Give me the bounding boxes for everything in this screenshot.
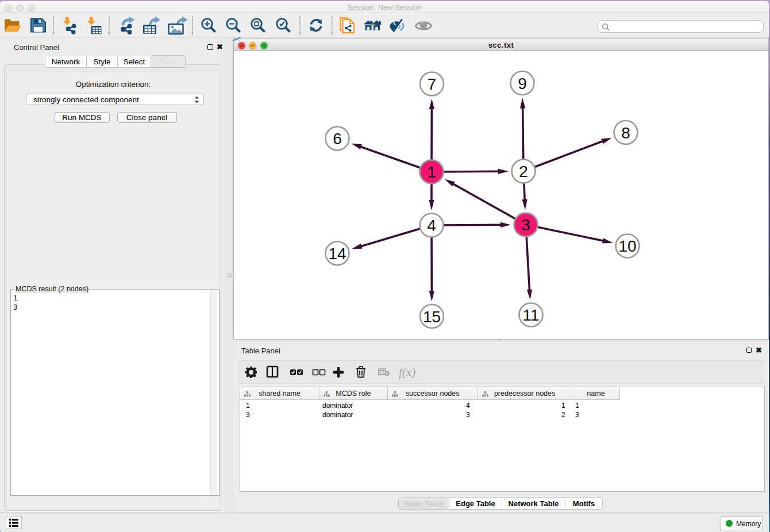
svg-text:3: 3: [521, 216, 530, 234]
svg-text:10: 10: [618, 237, 636, 255]
svg-text:6: 6: [333, 130, 342, 148]
svg-text:2: 2: [519, 163, 528, 180]
svg-text:15: 15: [423, 308, 441, 326]
svg-text:14: 14: [328, 245, 346, 263]
svg-text:9: 9: [518, 75, 527, 92]
svg-text:1: 1: [427, 163, 436, 181]
svg-text:8: 8: [621, 124, 630, 142]
svg-text:11: 11: [522, 306, 539, 324]
svg-text:7: 7: [428, 75, 437, 93]
svg-text:4: 4: [427, 217, 436, 234]
